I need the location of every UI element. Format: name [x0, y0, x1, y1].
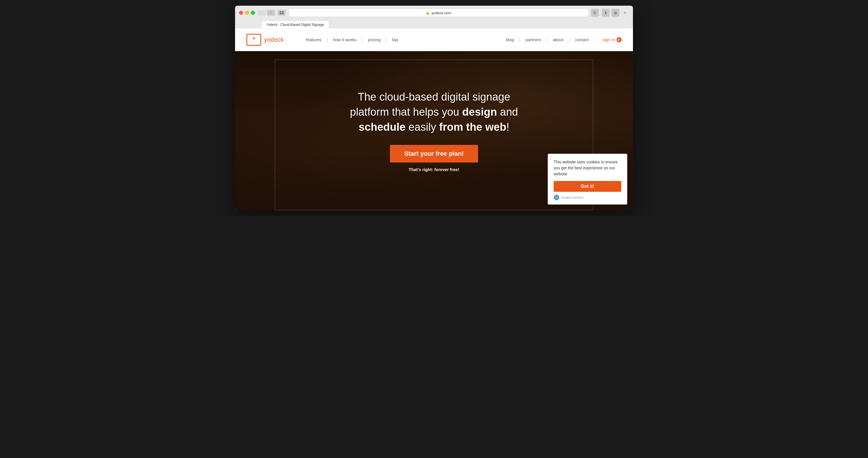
- browser-chrome: ‹ › 🔒 yodeck.com ↻ ⬆ ⊞: [235, 6, 633, 28]
- minimize-button[interactable]: [245, 11, 249, 15]
- nav-link-faq[interactable]: faq: [387, 37, 403, 42]
- nav-right: blog | partners | about | contact sign i…: [501, 37, 622, 43]
- back-button[interactable]: ‹: [258, 10, 266, 15]
- cta-button[interactable]: Start your free plan!: [390, 145, 478, 163]
- cookie-consent-branding: 🛡 Cookie Consent: [554, 195, 621, 200]
- cookie-shield-icon: 🛡: [554, 195, 559, 200]
- svg-rect-2: [280, 13, 281, 14]
- nav-link-features[interactable]: features: [301, 37, 327, 42]
- add-tab-button[interactable]: ⊞: [611, 9, 619, 17]
- nav-buttons: ‹ ›: [258, 10, 275, 15]
- address-bar[interactable]: 🔒 yodeck.com: [288, 8, 589, 17]
- cookie-accept-button[interactable]: Got it!: [554, 181, 621, 192]
- nav-link-contact[interactable]: contact: [570, 37, 594, 42]
- reload-button[interactable]: ↻: [591, 9, 599, 17]
- nav-link-about[interactable]: about: [548, 37, 569, 42]
- webpage: ❞ yodeck features | how it works | prici…: [235, 28, 633, 210]
- forward-button[interactable]: ›: [267, 10, 275, 15]
- logo[interactable]: ❞ yodeck: [246, 34, 284, 46]
- url-text: yodeck.com: [431, 11, 451, 15]
- cookie-consent-label: Cookie Consent: [561, 196, 583, 199]
- lock-icon: 🔒: [426, 11, 430, 15]
- logo-text: yodeck: [264, 36, 284, 43]
- close-button[interactable]: [239, 11, 243, 15]
- nav-link-how-it-works[interactable]: how it works: [328, 37, 362, 42]
- tab-bar: Yodeck - Cloud-Based Digital Signage: [239, 21, 629, 28]
- hero-headline: The cloud-based digital signage platform…: [350, 90, 518, 135]
- nav-link-pricing[interactable]: pricing: [363, 37, 386, 42]
- nav-link-partners[interactable]: partners: [520, 37, 546, 42]
- toolbar-right: ⬆ ⊞ +: [602, 9, 629, 17]
- hero-content: The cloud-based digital signage platform…: [344, 90, 524, 172]
- svg-rect-1: [282, 11, 284, 12]
- new-tab-button[interactable]: +: [621, 9, 629, 17]
- hero-section: The cloud-based digital signage platform…: [235, 51, 633, 210]
- nav-link-blog[interactable]: blog: [501, 37, 519, 42]
- share-button[interactable]: ⬆: [602, 9, 610, 17]
- logo-icon: ❞: [246, 34, 261, 46]
- svg-rect-3: [282, 13, 284, 14]
- tab-view-button[interactable]: [278, 10, 286, 15]
- active-tab[interactable]: Yodeck - Cloud-Based Digital Signage: [262, 21, 329, 28]
- traffic-lights: [239, 11, 255, 15]
- cookie-message: This website uses cookies to ensure you …: [554, 159, 621, 177]
- nav-links: features | how it works | pricing | faq: [301, 37, 501, 43]
- signin-link[interactable]: sign in ▶: [602, 37, 622, 42]
- cta-subtext: That's right: forever free!: [350, 167, 518, 172]
- svg-rect-0: [280, 11, 281, 12]
- cookie-banner: This website uses cookies to ensure you …: [548, 154, 627, 204]
- site-nav: ❞ yodeck features | how it works | prici…: [235, 28, 633, 51]
- maximize-button[interactable]: [251, 11, 255, 15]
- signin-icon: ▶: [617, 37, 622, 42]
- tab-title: Yodeck - Cloud-Based Digital Signage: [266, 23, 324, 27]
